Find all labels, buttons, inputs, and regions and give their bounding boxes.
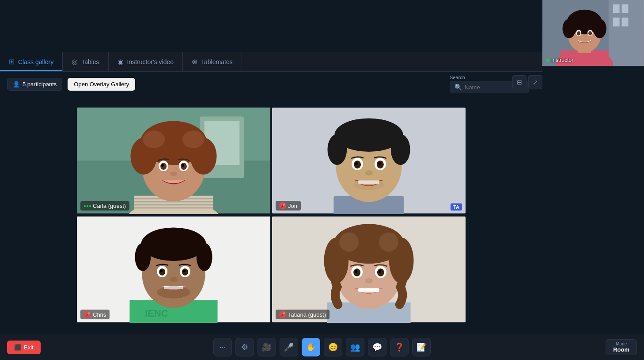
svg-point-48	[391, 134, 410, 165]
exit-label: Exit	[24, 344, 34, 351]
view-toggle-buttons: ⊟ ⤢	[512, 75, 542, 89]
bottom-toolbar: ⬛ Exit ··· ⚙ 🎥 🎤 ✋ 😊 👥 💬 ❓ 📝 Mode Room	[0, 334, 644, 360]
search-input[interactable]	[465, 84, 518, 91]
people-icon: 👥	[350, 342, 360, 352]
svg-point-54	[378, 162, 381, 165]
svg-rect-26	[134, 207, 213, 209]
svg-point-64	[141, 227, 206, 261]
svg-point-66	[197, 243, 212, 271]
mode-label: Mode	[616, 341, 627, 346]
video-tile-tatiana: 🎤 Tatiana (guest)	[272, 216, 466, 323]
tablemates-icon: ⊛	[192, 57, 197, 66]
video-tile-jon: 🎤 Jon TA	[272, 107, 466, 214]
tab-tablemates-label: Tablemates	[201, 58, 233, 65]
svg-point-12	[593, 19, 606, 38]
exit-button[interactable]: ⬛ Exit	[7, 341, 41, 354]
participant-name-carla: Carla (guest)	[80, 201, 129, 211]
svg-point-39	[182, 164, 184, 167]
svg-rect-25	[134, 204, 213, 206]
video-tile-carla: Carla (guest)	[77, 107, 270, 214]
participant-name-chris: 🎤 Chris	[80, 310, 110, 319]
svg-point-75	[157, 286, 190, 299]
chris-name-text: Chris	[93, 311, 106, 318]
mode-value: Room	[613, 346, 629, 353]
participants-button[interactable]: 👤 5 participants	[7, 78, 62, 91]
more-options-button[interactable]: ···	[213, 338, 232, 356]
tab-tablemates[interactable]: ⊛ Tablemates	[183, 52, 242, 71]
svg-point-90	[355, 270, 357, 273]
svg-point-84	[339, 232, 359, 252]
exit-icon: ⬛	[14, 344, 21, 351]
carla-name-text: Carla (guest)	[93, 203, 126, 209]
mode-button[interactable]: Mode Room	[606, 339, 637, 355]
online-indicator	[546, 58, 549, 62]
video-icon: 🎥	[262, 342, 272, 352]
video-grid: Carla (guest)	[77, 107, 466, 323]
participants-list-button[interactable]: 👥	[346, 338, 364, 356]
qa-icon: ❓	[394, 342, 404, 352]
svg-rect-2	[613, 4, 620, 13]
svg-rect-93	[358, 288, 379, 292]
tatiana-name-text: Tatiana (guest)	[288, 311, 326, 318]
svg-point-65	[135, 243, 151, 271]
jon-name-text: Jon	[288, 203, 297, 209]
participants-count: 5 participants	[23, 81, 57, 88]
compact-view-button[interactable]: ⊟	[512, 75, 527, 89]
svg-point-71	[160, 270, 163, 272]
settings-button[interactable]: ⚙	[235, 338, 254, 356]
tab-class-gallery[interactable]: ⊞ Class gallery	[0, 52, 63, 71]
svg-point-55	[365, 170, 373, 176]
fullscreen-view-button[interactable]: ⤢	[528, 75, 542, 89]
svg-point-92	[365, 278, 373, 283]
svg-point-33	[182, 130, 205, 148]
tab-class-gallery-label: Class gallery	[18, 58, 53, 65]
tab-tables-label: Tables	[81, 58, 99, 65]
video-button[interactable]: 🎥	[258, 338, 276, 356]
instructors-video-icon: ◉	[117, 57, 124, 66]
tab-instructors-video-label: Instructor's video	[127, 58, 174, 65]
svg-point-85	[379, 232, 398, 252]
svg-point-72	[183, 270, 186, 272]
transcript-icon: 📝	[417, 342, 426, 352]
transcript-button[interactable]: 📝	[412, 338, 431, 356]
instructor-label: Instructor	[546, 57, 573, 63]
audio-dots-icon	[84, 205, 91, 207]
participant-name-jon: 🎤 Jon	[276, 201, 301, 211]
participant-name-tatiana: 🎤 Tatiana (guest)	[276, 310, 330, 319]
svg-rect-3	[622, 4, 629, 13]
instructor-name-text: Instructor	[551, 57, 573, 63]
mute-icon-jon: 🎤	[279, 202, 286, 209]
svg-rect-4	[613, 18, 620, 27]
svg-point-91	[379, 270, 381, 273]
emoji-button[interactable]: 😊	[324, 338, 342, 356]
class-gallery-icon: ⊞	[9, 57, 15, 66]
chat-button[interactable]: 💬	[368, 338, 386, 356]
mute-icon-chris: 🎤	[84, 311, 91, 318]
svg-point-38	[161, 164, 164, 167]
svg-text:IENC: IENC	[145, 308, 168, 319]
svg-rect-5	[622, 18, 629, 27]
mic-button[interactable]: 🎤	[280, 338, 298, 356]
gallery-area: Carla (guest)	[0, 96, 542, 333]
svg-point-32	[143, 130, 165, 148]
video-tile-chris: IENC	[77, 216, 270, 323]
overlay-gallery-label: Open Overlay Gallery	[74, 81, 129, 88]
svg-point-73	[170, 277, 178, 282]
qa-button[interactable]: ❓	[390, 338, 409, 356]
svg-point-11	[562, 19, 576, 38]
ta-badge-jon: TA	[451, 203, 462, 211]
mic-icon: 🎤	[284, 342, 294, 352]
overlay-gallery-button[interactable]: Open Overlay Gallery	[68, 78, 135, 91]
gear-icon: ⚙	[241, 342, 248, 352]
svg-point-16	[588, 31, 592, 36]
svg-point-57	[353, 180, 384, 190]
tab-bar: ⊞ Class gallery ◎ Tables ◉ Instructor's …	[0, 52, 542, 72]
tab-tables[interactable]: ◎ Tables	[63, 52, 108, 71]
emoji-icon: 😊	[328, 342, 338, 352]
raise-hand-button[interactable]: ✋	[302, 338, 320, 356]
tab-instructors-video[interactable]: ◉ Instructor's video	[109, 52, 183, 71]
chat-icon: 💬	[372, 342, 382, 352]
mute-icon-tatiana: 🎤	[279, 311, 286, 318]
more-options-icon: ···	[219, 343, 226, 352]
participants-icon: 👤	[13, 81, 20, 88]
